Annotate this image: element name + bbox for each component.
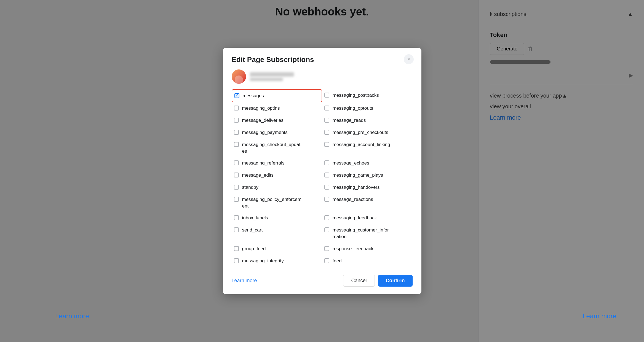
sub-label-messages: messages (243, 93, 264, 99)
sub-label-messaging-pre-checkouts: messaging_pre_checkouts (333, 129, 388, 136)
sub-label-inbox-labels: inbox_labels (242, 215, 268, 221)
sub-label-message-reads: message_reads (333, 117, 366, 124)
checkbox-send-cart[interactable] (234, 227, 239, 232)
sub-label-message-deliveries: message_deliveries (242, 117, 284, 124)
sub-label-message-echoes: message_echoes (333, 160, 369, 166)
checkbox-messages[interactable]: ✓ (234, 93, 239, 98)
checkbox-message-reactions[interactable] (324, 197, 329, 202)
checkbox-message-echoes[interactable] (324, 160, 329, 165)
sub-item-messaging-optins[interactable]: messaging_optins (232, 102, 322, 114)
checkbox-standby[interactable] (234, 185, 239, 190)
modal-header: Edit Page Subscriptions × (223, 48, 421, 69)
checkbox-inbox-labels[interactable] (234, 215, 239, 220)
sub-label-messaging-account-linking: messaging_account_linking (333, 141, 390, 148)
checkbox-messaging-feedback[interactable] (324, 215, 329, 220)
checkbox-messaging-referrals[interactable] (234, 160, 239, 165)
sub-item-message-reads[interactable]: message_reads (322, 114, 413, 126)
sub-item-messaging-pre-checkouts[interactable]: messaging_pre_checkouts (322, 126, 413, 139)
checkbox-messaging-account-linking[interactable] (324, 142, 329, 147)
learn-more-link[interactable]: Learn more (232, 278, 257, 284)
modal-profile-section (223, 69, 421, 89)
checkbox-messaging-handovers[interactable] (324, 185, 329, 190)
sub-label-messaging-feedback: messaging_feedback (333, 215, 377, 221)
sub-item-message-deliveries[interactable]: message_deliveries (232, 114, 322, 126)
sub-item-messaging-account-linking[interactable]: messaging_account_linking (322, 139, 413, 157)
checkbox-messaging-optouts[interactable] (324, 106, 329, 111)
sub-item-message-reactions[interactable]: message_reactions (322, 193, 413, 212)
sub-label-messaging-optins: messaging_optins (242, 105, 280, 112)
sub-label-messaging-checkout-updates: messaging_checkout_updates (242, 141, 301, 155)
sub-label-send-cart: send_cart (242, 227, 263, 233)
avatar (232, 69, 246, 84)
sub-label-messaging-game-plays: messaging_game_plays (333, 172, 383, 179)
checkmark-icon: ✓ (235, 93, 238, 98)
checkbox-group-feed[interactable] (234, 246, 239, 251)
sub-item-standby[interactable]: standby (232, 181, 322, 193)
sub-item-messaging-postbacks[interactable]: messaging_postbacks (322, 89, 413, 103)
sub-item-messaging-optouts[interactable]: messaging_optouts (322, 102, 413, 114)
sub-label-feed: feed (333, 258, 342, 264)
checkbox-messaging-postbacks[interactable] (324, 93, 329, 98)
sub-label-messaging-payments: messaging_payments (242, 129, 288, 136)
sub-item-messaging-referrals[interactable]: messaging_referrals (232, 157, 322, 169)
bg-left-learn-more[interactable]: Learn more (55, 312, 89, 320)
sub-label-standby: standby (242, 184, 259, 191)
sub-item-feed[interactable]: feed (322, 255, 413, 267)
profile-info (250, 72, 294, 81)
modal-close-button[interactable]: × (404, 54, 414, 64)
checkbox-messaging-optins[interactable] (234, 106, 239, 111)
sub-label-messaging-integrity: messaging_integrity (242, 258, 284, 264)
subscriptions-body: ✓ messages messaging_postbacks messaging… (223, 89, 421, 267)
sub-label-messaging-referrals: messaging_referrals (242, 160, 285, 166)
sub-label-messaging-handovers: messaging_handovers (333, 184, 380, 191)
checkbox-messaging-policy-enforcement[interactable] (234, 197, 239, 202)
checkbox-messaging-game-plays[interactable] (324, 173, 329, 177)
sub-item-messaging-handovers[interactable]: messaging_handovers (322, 181, 413, 193)
sub-item-message-echoes[interactable]: message_echoes (322, 157, 413, 169)
checkbox-feed[interactable] (324, 258, 329, 263)
close-icon: × (407, 56, 410, 62)
sub-item-messaging-payments[interactable]: messaging_payments (232, 126, 322, 139)
sub-item-inbox-labels[interactable]: inbox_labels (232, 212, 322, 224)
checkbox-response-feedback[interactable] (324, 246, 329, 251)
sub-item-messaging-game-plays[interactable]: messaging_game_plays (322, 169, 413, 181)
profile-subtitle (250, 78, 283, 81)
checkbox-message-deliveries[interactable] (234, 118, 239, 123)
checkbox-messaging-customer-information[interactable] (324, 227, 329, 232)
modal-footer: Learn more Cancel Confirm (223, 269, 421, 294)
sub-label-messaging-optouts: messaging_optouts (333, 105, 373, 112)
sub-label-message-reactions: message_reactions (333, 196, 373, 203)
bg-right-learn-more[interactable]: Learn more (582, 312, 616, 320)
sub-item-messaging-customer-information[interactable]: messaging_customer_information (322, 224, 413, 243)
sub-item-response-feedback[interactable]: response_feedback (322, 243, 413, 255)
checkbox-messaging-integrity[interactable] (234, 258, 239, 263)
sub-item-messaging-feedback[interactable]: messaging_feedback (322, 212, 413, 224)
checkbox-message-reads[interactable] (324, 118, 329, 123)
footer-buttons: Cancel Confirm (343, 275, 412, 287)
profile-name (250, 72, 294, 77)
sub-item-messages[interactable]: ✓ messages (232, 89, 322, 103)
sub-label-messaging-policy-enforcement: messaging_policy_enforcement (242, 196, 301, 209)
modal-dialog: Edit Page Subscriptions × ✓ messages (223, 48, 421, 295)
checkbox-messaging-checkout-updates[interactable] (234, 142, 239, 147)
checkbox-messaging-pre-checkouts[interactable] (324, 130, 329, 135)
confirm-button[interactable]: Confirm (378, 275, 413, 287)
sub-item-group-feed[interactable]: group_feed (232, 243, 322, 255)
modal-overlay: Edit Page Subscriptions × ✓ messages (0, 0, 644, 342)
sub-item-messaging-integrity[interactable]: messaging_integrity (232, 255, 322, 267)
sub-item-messaging-policy-enforcement[interactable]: messaging_policy_enforcement (232, 193, 322, 212)
sub-label-response-feedback: response_feedback (333, 246, 373, 252)
sub-item-message-edits[interactable]: message_edits (232, 169, 322, 181)
sub-item-send-cart[interactable]: send_cart (232, 224, 322, 243)
modal-title: Edit Page Subscriptions (232, 55, 314, 64)
sub-label-group-feed: group_feed (242, 246, 266, 252)
sub-item-messaging-checkout-updates[interactable]: messaging_checkout_updates (232, 139, 322, 157)
sub-label-message-edits: message_edits (242, 172, 274, 179)
sub-label-messaging-customer-information: messaging_customer_information (333, 227, 389, 240)
cancel-button[interactable]: Cancel (343, 275, 375, 287)
sub-label-messaging-postbacks: messaging_postbacks (333, 92, 379, 99)
checkbox-messaging-payments[interactable] (234, 130, 239, 135)
subscriptions-grid: ✓ messages messaging_postbacks messaging… (232, 89, 413, 267)
checkbox-message-edits[interactable] (234, 173, 239, 177)
